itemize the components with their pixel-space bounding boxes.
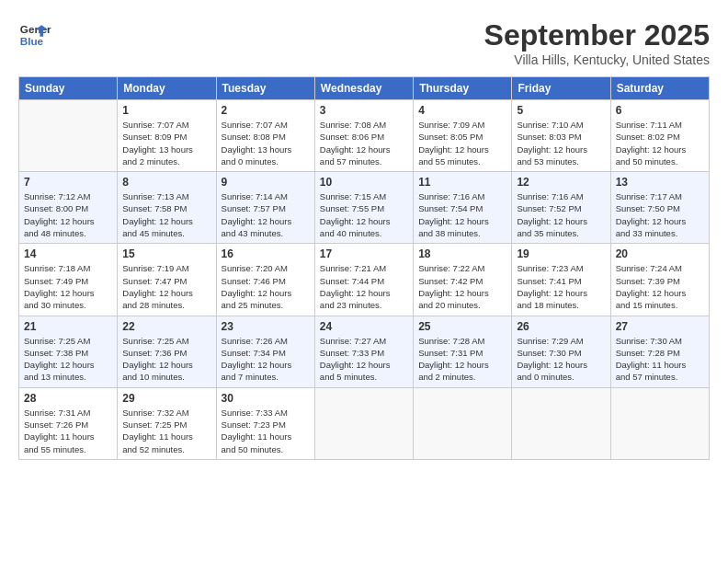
calendar-header-row: SundayMondayTuesdayWednesdayThursdayFrid… <box>19 77 710 100</box>
day-number: 26 <box>517 320 605 333</box>
day-info: Sunrise: 7:09 AMSunset: 8:05 PMDaylight:… <box>418 119 506 167</box>
calendar-cell <box>610 387 709 459</box>
day-number: 11 <box>418 176 506 189</box>
calendar-cell: 17Sunrise: 7:21 AMSunset: 7:44 PMDayligh… <box>314 244 413 316</box>
header-wednesday: Wednesday <box>314 77 413 100</box>
day-info: Sunrise: 7:19 AMSunset: 7:47 PMDaylight:… <box>122 262 210 311</box>
calendar-cell: 3Sunrise: 7:08 AMSunset: 8:06 PMDaylight… <box>314 100 413 172</box>
calendar-cell: 19Sunrise: 7:23 AMSunset: 7:41 PMDayligh… <box>512 244 610 316</box>
day-number: 17 <box>320 247 408 260</box>
day-number: 10 <box>320 176 408 189</box>
day-number: 1 <box>122 104 210 117</box>
day-number: 19 <box>517 247 605 260</box>
day-info: Sunrise: 7:18 AMSunset: 7:49 PMDaylight:… <box>24 262 112 311</box>
day-info: Sunrise: 7:15 AMSunset: 7:55 PMDaylight:… <box>320 190 408 239</box>
day-number: 25 <box>418 320 506 333</box>
calendar-table: SundayMondayTuesdayWednesdayThursdayFrid… <box>18 76 710 460</box>
day-number: 27 <box>616 320 704 333</box>
day-info: Sunrise: 7:26 AMSunset: 7:34 PMDaylight:… <box>222 335 310 384</box>
day-number: 8 <box>122 176 210 189</box>
day-info: Sunrise: 7:08 AMSunset: 8:06 PMDaylight:… <box>320 119 408 167</box>
day-number: 14 <box>24 247 112 260</box>
day-number: 5 <box>517 104 605 117</box>
calendar-cell: 1Sunrise: 7:07 AMSunset: 8:09 PMDaylight… <box>118 100 216 172</box>
day-number: 9 <box>222 176 310 189</box>
day-info: Sunrise: 7:23 AMSunset: 7:41 PMDaylight:… <box>517 262 605 311</box>
header-thursday: Thursday <box>414 77 512 100</box>
location-subtitle: Villa Hills, Kentucky, United States <box>484 52 710 67</box>
day-info: Sunrise: 7:16 AMSunset: 7:54 PMDaylight:… <box>418 190 506 239</box>
day-number: 22 <box>122 320 210 333</box>
day-info: Sunrise: 7:31 AMSunset: 7:26 PMDaylight:… <box>24 407 112 455</box>
day-info: Sunrise: 7:33 AMSunset: 7:23 PMDaylight:… <box>222 407 310 455</box>
header-sunday: Sunday <box>19 77 118 100</box>
calendar-cell: 21Sunrise: 7:25 AMSunset: 7:38 PMDayligh… <box>19 316 118 387</box>
calendar-cell: 18Sunrise: 7:22 AMSunset: 7:42 PMDayligh… <box>414 244 512 316</box>
calendar-cell: 15Sunrise: 7:19 AMSunset: 7:47 PMDayligh… <box>118 244 216 316</box>
day-number: 23 <box>222 320 310 333</box>
header-saturday: Saturday <box>610 77 709 100</box>
calendar-cell: 5Sunrise: 7:10 AMSunset: 8:03 PMDaylight… <box>512 100 610 172</box>
calendar-cell: 29Sunrise: 7:32 AMSunset: 7:25 PMDayligh… <box>118 387 216 459</box>
calendar-cell: 20Sunrise: 7:24 AMSunset: 7:39 PMDayligh… <box>610 244 709 316</box>
calendar-cell: 8Sunrise: 7:13 AMSunset: 7:58 PMDaylight… <box>118 172 216 244</box>
day-info: Sunrise: 7:24 AMSunset: 7:39 PMDaylight:… <box>616 262 704 311</box>
day-info: Sunrise: 7:13 AMSunset: 7:58 PMDaylight:… <box>122 190 210 239</box>
day-info: Sunrise: 7:12 AMSunset: 8:00 PMDaylight:… <box>24 190 112 239</box>
day-info: Sunrise: 7:07 AMSunset: 8:08 PMDaylight:… <box>222 119 310 167</box>
day-number: 6 <box>616 104 704 117</box>
calendar-cell: 26Sunrise: 7:29 AMSunset: 7:30 PMDayligh… <box>512 316 610 387</box>
day-info: Sunrise: 7:10 AMSunset: 8:03 PMDaylight:… <box>517 119 605 167</box>
calendar-cell <box>314 387 413 459</box>
day-info: Sunrise: 7:16 AMSunset: 7:52 PMDaylight:… <box>517 190 605 239</box>
day-info: Sunrise: 7:32 AMSunset: 7:25 PMDaylight:… <box>122 407 210 455</box>
calendar-cell: 24Sunrise: 7:27 AMSunset: 7:33 PMDayligh… <box>314 316 413 387</box>
calendar-week-0: 1Sunrise: 7:07 AMSunset: 8:09 PMDaylight… <box>19 100 710 172</box>
calendar-cell: 9Sunrise: 7:14 AMSunset: 7:57 PMDaylight… <box>216 172 314 244</box>
day-info: Sunrise: 7:21 AMSunset: 7:44 PMDaylight:… <box>320 262 408 311</box>
calendar-cell: 27Sunrise: 7:30 AMSunset: 7:28 PMDayligh… <box>610 316 709 387</box>
day-info: Sunrise: 7:22 AMSunset: 7:42 PMDaylight:… <box>418 262 506 311</box>
calendar-cell: 14Sunrise: 7:18 AMSunset: 7:49 PMDayligh… <box>19 244 118 316</box>
day-info: Sunrise: 7:25 AMSunset: 7:38 PMDaylight:… <box>24 335 112 384</box>
day-number: 21 <box>24 320 112 333</box>
page-header: General Blue September 2025 Villa Hills,… <box>18 18 710 67</box>
calendar-cell: 13Sunrise: 7:17 AMSunset: 7:50 PMDayligh… <box>610 172 709 244</box>
header-tuesday: Tuesday <box>216 77 314 100</box>
calendar-cell: 10Sunrise: 7:15 AMSunset: 7:55 PMDayligh… <box>314 172 413 244</box>
calendar-week-3: 21Sunrise: 7:25 AMSunset: 7:38 PMDayligh… <box>19 316 710 387</box>
calendar-week-1: 7Sunrise: 7:12 AMSunset: 8:00 PMDaylight… <box>19 172 710 244</box>
day-info: Sunrise: 7:07 AMSunset: 8:09 PMDaylight:… <box>122 119 210 167</box>
calendar-cell <box>414 387 512 459</box>
day-info: Sunrise: 7:28 AMSunset: 7:31 PMDaylight:… <box>418 335 506 384</box>
day-info: Sunrise: 7:11 AMSunset: 8:02 PMDaylight:… <box>616 119 704 167</box>
calendar-cell: 4Sunrise: 7:09 AMSunset: 8:05 PMDaylight… <box>414 100 512 172</box>
calendar-cell: 6Sunrise: 7:11 AMSunset: 8:02 PMDaylight… <box>610 100 709 172</box>
day-number: 12 <box>517 176 605 189</box>
day-info: Sunrise: 7:17 AMSunset: 7:50 PMDaylight:… <box>616 190 704 239</box>
calendar-cell: 16Sunrise: 7:20 AMSunset: 7:46 PMDayligh… <box>216 244 314 316</box>
calendar-cell: 11Sunrise: 7:16 AMSunset: 7:54 PMDayligh… <box>414 172 512 244</box>
day-number: 24 <box>320 320 408 333</box>
calendar-cell: 7Sunrise: 7:12 AMSunset: 8:00 PMDaylight… <box>19 172 118 244</box>
day-number: 3 <box>320 104 408 117</box>
logo: General Blue <box>18 18 51 52</box>
calendar-cell: 28Sunrise: 7:31 AMSunset: 7:26 PMDayligh… <box>19 387 118 459</box>
calendar-cell: 12Sunrise: 7:16 AMSunset: 7:52 PMDayligh… <box>512 172 610 244</box>
day-number: 7 <box>24 176 112 189</box>
calendar-cell: 2Sunrise: 7:07 AMSunset: 8:08 PMDaylight… <box>216 100 314 172</box>
day-info: Sunrise: 7:25 AMSunset: 7:36 PMDaylight:… <box>122 335 210 384</box>
calendar-week-4: 28Sunrise: 7:31 AMSunset: 7:26 PMDayligh… <box>19 387 710 459</box>
calendar-cell: 25Sunrise: 7:28 AMSunset: 7:31 PMDayligh… <box>414 316 512 387</box>
month-title: September 2025 <box>484 18 710 52</box>
day-number: 30 <box>222 392 310 405</box>
calendar-cell: 22Sunrise: 7:25 AMSunset: 7:36 PMDayligh… <box>118 316 216 387</box>
day-info: Sunrise: 7:14 AMSunset: 7:57 PMDaylight:… <box>222 190 310 239</box>
day-info: Sunrise: 7:29 AMSunset: 7:30 PMDaylight:… <box>517 335 605 384</box>
day-number: 2 <box>222 104 310 117</box>
day-number: 16 <box>222 247 310 260</box>
calendar-cell <box>512 387 610 459</box>
header-friday: Friday <box>512 77 610 100</box>
day-info: Sunrise: 7:27 AMSunset: 7:33 PMDaylight:… <box>320 335 408 384</box>
day-info: Sunrise: 7:20 AMSunset: 7:46 PMDaylight:… <box>222 262 310 311</box>
